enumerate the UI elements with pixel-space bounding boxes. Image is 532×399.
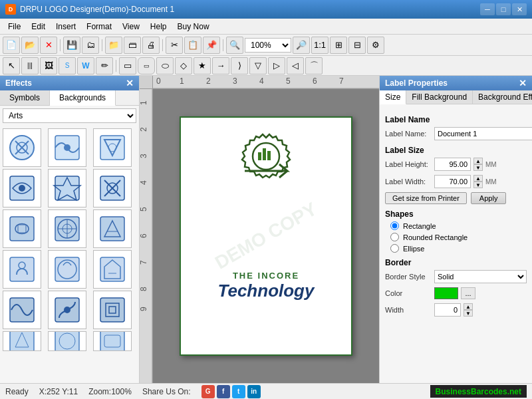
effect-item[interactable]	[93, 128, 132, 167]
close-doc-button[interactable]: ✕	[40, 37, 57, 54]
effect-item[interactable]	[3, 169, 41, 207]
shape-rectangle-radio[interactable]	[390, 221, 399, 230]
menu-buynow[interactable]: Buy Now	[172, 21, 215, 33]
paste-button[interactable]: 📌	[203, 37, 220, 54]
category-select[interactable]: Arts Nature Business Abstract	[3, 108, 136, 123]
effect-item[interactable]	[93, 331, 132, 351]
border-width-input[interactable]	[434, 303, 461, 317]
tab-backgrounds[interactable]: Backgrounds	[50, 90, 116, 106]
folder-button[interactable]: 📁	[105, 37, 122, 54]
print-button[interactable]: 🖨	[142, 37, 160, 54]
zoom-select[interactable]: 100% 75% 150%	[245, 38, 291, 53]
save-button[interactable]: 💾	[63, 37, 80, 54]
actual-size-button[interactable]: 1:1	[311, 37, 329, 54]
rect-button[interactable]: ▭	[119, 57, 136, 74]
tab-fill-background[interactable]: Fill Background	[406, 90, 473, 104]
shape-rounded-rectangle[interactable]: Rounded Rectangle	[390, 233, 527, 241]
menu-view[interactable]: View	[117, 21, 145, 33]
effects-panel-close[interactable]: ✕	[126, 78, 134, 88]
label-width-input[interactable]	[434, 175, 471, 188]
minimize-button[interactable]: ─	[480, 3, 495, 15]
label-height-input[interactable]	[434, 158, 471, 171]
effect-item[interactable]	[48, 291, 86, 329]
shape-rectangle[interactable]: Rectangle	[390, 221, 527, 230]
new-button[interactable]: 📄	[3, 37, 20, 54]
cut-button[interactable]: ✂	[166, 37, 183, 54]
text-button[interactable]: W	[77, 57, 94, 74]
menu-insert[interactable]: Insert	[51, 21, 81, 33]
barcode-button[interactable]: |||	[21, 57, 39, 74]
effect-item[interactable]	[48, 250, 86, 289]
get-size-from-printer-button[interactable]: Get size from Printer	[385, 192, 467, 204]
menu-edit[interactable]: Edit	[26, 21, 51, 33]
tab-symbols[interactable]: Symbols	[0, 90, 50, 105]
ellipse-button[interactable]: ⬭	[156, 57, 174, 74]
effect-item[interactable]	[3, 250, 41, 289]
zigzag-button[interactable]: ⟩	[231, 57, 248, 74]
effect-item[interactable]	[48, 209, 86, 248]
width-down-button[interactable]: ▼	[473, 182, 483, 188]
folder2-button[interactable]: 🗃	[124, 37, 141, 54]
effect-item[interactable]	[48, 128, 86, 167]
color-picker-button[interactable]: ...	[461, 287, 475, 299]
rtarrow-button[interactable]: ▷	[268, 57, 285, 74]
company-name: THE INCORE	[181, 271, 351, 281]
grid-button[interactable]: ⊟	[348, 37, 366, 54]
height-up-button[interactable]: ▲	[473, 158, 483, 164]
options-button[interactable]: ⚙	[367, 37, 384, 54]
effect-item[interactable]	[3, 209, 41, 248]
select-button[interactable]: ↖	[3, 57, 20, 74]
star-button[interactable]: ★	[194, 57, 211, 74]
window-title: DRPU LOGO Designer(Demo)-Document 1	[20, 5, 174, 14]
apply-button[interactable]: Apply	[471, 192, 507, 204]
tab-background-effects[interactable]: Background Effects	[473, 90, 532, 104]
draw-button[interactable]: ✏	[96, 57, 113, 74]
width-up-button[interactable]: ▲	[473, 175, 483, 182]
zoom-out-button[interactable]: 🔎	[293, 37, 310, 54]
effect-item[interactable]	[93, 169, 132, 207]
effect-item[interactable]	[48, 331, 86, 351]
rounded-rect-button[interactable]: ▭	[138, 57, 155, 74]
menu-file[interactable]: File	[3, 21, 26, 33]
copy-button[interactable]: 📋	[184, 37, 201, 54]
tab-size[interactable]: Size	[380, 90, 406, 104]
share-linkedin-icon[interactable]: in	[247, 385, 261, 398]
label-button[interactable]: S	[59, 57, 76, 74]
color-swatch[interactable]	[434, 287, 458, 299]
document-page[interactable]: DEMO COPY	[180, 116, 352, 356]
effect-item[interactable]	[3, 128, 41, 167]
image-button[interactable]: 🖼	[40, 57, 57, 74]
border-width-down-button[interactable]: ▼	[464, 310, 473, 317]
effect-item[interactable]	[48, 169, 86, 207]
effect-item[interactable]	[3, 331, 41, 351]
height-down-button[interactable]: ▼	[473, 164, 483, 171]
border-width-up-button[interactable]: ▲	[464, 303, 473, 310]
share-facebook-icon[interactable]: f	[217, 385, 230, 398]
menu-format[interactable]: Format	[81, 21, 117, 33]
effect-item[interactable]	[93, 291, 132, 329]
close-button[interactable]: ✕	[512, 3, 527, 15]
shape-rounded-rect-radio[interactable]	[390, 233, 399, 241]
label-name-input[interactable]	[434, 127, 532, 140]
canvas-area[interactable]: 0 1 2 3 4 5 6 7 1 2 3 4 5 6 7 8 9	[140, 76, 379, 383]
share-twitter-icon[interactable]: t	[232, 385, 245, 398]
shape-ellipse[interactable]: Ellipse	[390, 244, 527, 253]
effect-item[interactable]	[93, 250, 132, 289]
label-properties-close[interactable]: ✕	[519, 78, 527, 88]
zoom-in-button[interactable]: 🔍	[226, 37, 243, 54]
menu-help[interactable]: Help	[145, 21, 172, 33]
open-button[interactable]: 📂	[21, 37, 39, 54]
arrow-button[interactable]: →	[212, 57, 229, 74]
maximize-button[interactable]: □	[496, 3, 511, 15]
diamond-button[interactable]: ◇	[175, 57, 192, 74]
border-style-select[interactable]: Solid Dashed Dotted Double	[434, 270, 527, 283]
triangle-button[interactable]: ▽	[249, 57, 267, 74]
share-google-icon[interactable]: G	[201, 385, 215, 398]
ltarrow-button[interactable]: ◁	[287, 57, 304, 74]
fit-button[interactable]: ⊞	[330, 37, 347, 54]
shape-ellipse-radio[interactable]	[390, 244, 399, 253]
curve-button[interactable]: ⌒	[305, 57, 323, 74]
effect-item[interactable]	[3, 291, 41, 329]
save-all-button[interactable]: 🗂	[82, 37, 99, 54]
effect-item[interactable]	[93, 209, 132, 248]
